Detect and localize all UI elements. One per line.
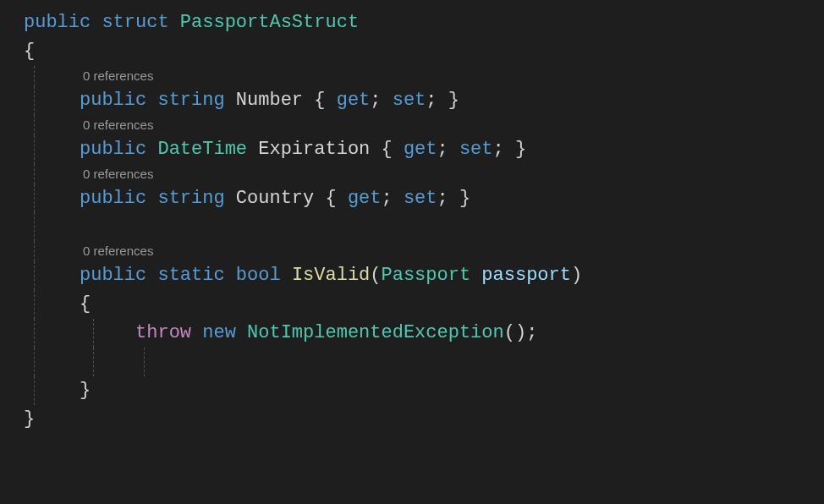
- code-line: }: [0, 376, 824, 405]
- keyword-public: public: [80, 90, 146, 111]
- close-brace: }: [24, 408, 35, 430]
- codelens-references[interactable]: 0 references: [0, 115, 824, 135]
- codelens-references[interactable]: 0 references: [0, 66, 824, 86]
- code-line: public static bool IsValid(Passport pass…: [0, 261, 824, 290]
- code-line: }: [0, 405, 824, 434]
- keyword-bool: bool: [236, 265, 281, 286]
- param-name: passport: [481, 265, 571, 286]
- type-exception: NotImplementedException: [247, 322, 504, 343]
- open-brace: {: [80, 293, 91, 315]
- keyword-struct: struct: [102, 12, 168, 33]
- code-line: public DateTime Expiration { get; set; }: [0, 135, 824, 164]
- code-line: public string Number { get; set; }: [0, 86, 824, 115]
- keyword-string: string: [157, 90, 224, 111]
- code-line: public string Country { get; set; }: [0, 184, 824, 213]
- property-name: Country: [236, 188, 314, 209]
- codelens-text: 0 references: [83, 244, 153, 258]
- type-passport: Passport: [382, 265, 471, 286]
- open-brace: {: [24, 41, 35, 62]
- keyword-public: public: [80, 139, 146, 160]
- codelens-text: 0 references: [83, 68, 153, 83]
- property-name: Expiration: [258, 139, 370, 160]
- keyword-static: static: [157, 265, 224, 286]
- keyword-string: string: [157, 188, 224, 209]
- method-name: IsValid: [292, 265, 370, 286]
- keyword-new: new: [202, 322, 236, 343]
- blank-line: [0, 212, 824, 241]
- keyword-throw: throw: [135, 322, 191, 343]
- codelens-text: 0 references: [83, 118, 153, 132]
- keyword-public: public: [24, 12, 91, 33]
- codelens-references[interactable]: 0 references: [0, 241, 824, 261]
- blank-line: [0, 348, 824, 376]
- type-name: PassportAsStruct: [180, 12, 359, 33]
- code-line: public struct PassportAsStruct: [0, 8, 824, 37]
- code-line: {: [0, 37, 824, 66]
- codelens-references[interactable]: 0 references: [0, 164, 824, 184]
- property-name: Number: [236, 90, 303, 111]
- keyword-public: public: [80, 265, 146, 286]
- keyword-public: public: [80, 188, 146, 209]
- code-line: throw new NotImplementedException();: [0, 319, 824, 348]
- code-line: {: [0, 290, 824, 319]
- type-datetime: DateTime: [157, 139, 247, 160]
- codelens-text: 0 references: [83, 167, 153, 181]
- close-brace: }: [80, 380, 91, 401]
